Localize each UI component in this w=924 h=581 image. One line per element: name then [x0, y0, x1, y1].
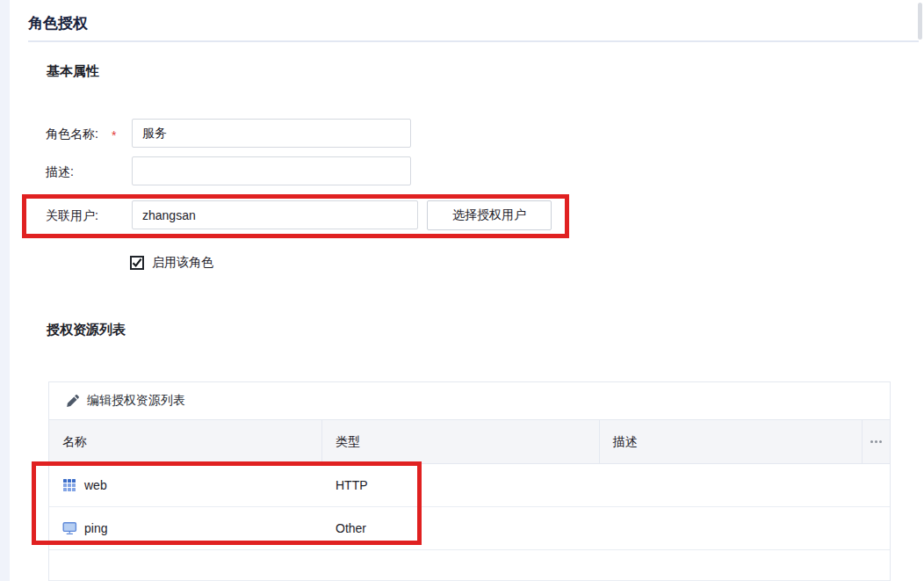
- role-authorization-page: 角色授权 基本属性 角色名称: * 描述: 关联用户: 选择授权用户 启用该角色…: [0, 0, 924, 581]
- column-header-description: 描述: [599, 420, 862, 463]
- authorized-resources-heading: 授权资源列表: [47, 322, 126, 338]
- table-header-row: 名称 类型 描述: [49, 420, 890, 464]
- linked-user-label: 关联用户:: [46, 208, 98, 224]
- description-label: 描述:: [46, 164, 74, 180]
- authorized-resources-table: 编辑授权资源列表 名称 类型 描述: [48, 381, 891, 581]
- role-name-label: 角色名称:: [46, 127, 98, 142]
- title-divider: [28, 40, 919, 42]
- enable-role-label: 启用该角色: [152, 255, 213, 271]
- edit-resource-list-button[interactable]: 编辑授权资源列表: [49, 382, 890, 420]
- basic-properties-heading: 基本属性: [47, 63, 99, 80]
- checkmark-icon: [132, 258, 142, 268]
- table-row-ping[interactable]: ping Other: [49, 507, 890, 550]
- table-row-empty: [49, 550, 890, 581]
- resource-type: Other: [322, 507, 600, 549]
- select-authorized-user-button[interactable]: 选择授权用户: [427, 200, 552, 230]
- resource-name: ping: [84, 521, 107, 535]
- monitor-icon: [62, 521, 76, 535]
- resource-type: HTTP: [322, 464, 600, 506]
- grid-icon: [62, 478, 76, 492]
- edit-resource-list-label: 编辑授权资源列表: [87, 393, 185, 409]
- resource-description: [600, 507, 863, 549]
- vertical-scrollbar[interactable]: [918, 3, 922, 40]
- linked-user-input[interactable]: [132, 200, 418, 229]
- resource-description: [600, 464, 863, 506]
- table-row-web[interactable]: web HTTP: [49, 464, 890, 507]
- required-asterisk: *: [112, 128, 116, 142]
- page-left-background-strip: [0, 0, 10, 581]
- role-name-input[interactable]: [132, 119, 411, 148]
- description-input[interactable]: [132, 156, 411, 185]
- column-header-name: 名称: [49, 420, 321, 463]
- ellipsis-icon: [870, 440, 882, 443]
- page-title: 角色授权: [28, 13, 88, 33]
- column-header-type: 类型: [321, 420, 598, 463]
- resource-name: web: [84, 478, 107, 492]
- enable-role-checkbox[interactable]: [130, 256, 144, 270]
- column-settings-button[interactable]: [862, 420, 890, 463]
- pencil-icon: [66, 394, 80, 408]
